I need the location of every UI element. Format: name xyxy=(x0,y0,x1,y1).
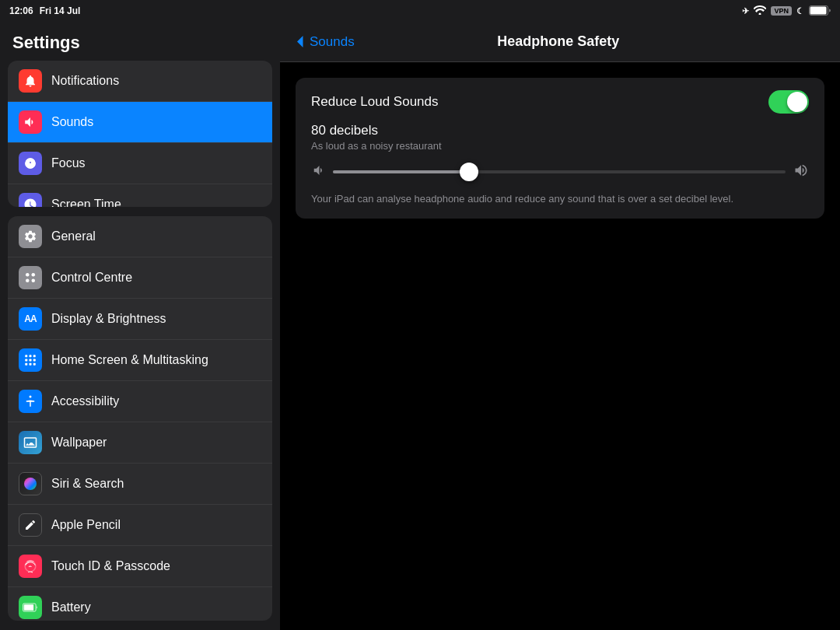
sidebar-item-battery[interactable]: Battery xyxy=(8,587,272,621)
screentime-label: Screen Time xyxy=(51,198,121,207)
accessibility-label: Accessibility xyxy=(51,394,119,408)
reduce-loud-sounds-label: Reduce Loud Sounds xyxy=(311,94,439,110)
svg-point-3 xyxy=(32,273,36,277)
sidebar-item-touchid[interactable]: Touch ID & Passcode xyxy=(8,546,272,587)
sidebar-item-wallpaper[interactable]: Wallpaper xyxy=(8,422,272,464)
battery-label: Battery xyxy=(51,600,91,614)
svg-rect-11 xyxy=(33,359,36,362)
sidebar-item-sounds[interactable]: Sounds xyxy=(8,102,272,143)
content-area: Sounds Headphone Safety Reduce Loud Soun… xyxy=(280,22,840,630)
volume-slider-thumb[interactable] xyxy=(460,163,478,181)
sidebar-title: Settings xyxy=(0,22,280,61)
display-label: Display & Brightness xyxy=(51,312,166,326)
general-label: General xyxy=(51,229,96,243)
sidebar-item-accessibility[interactable]: Accessibility xyxy=(8,381,272,422)
svg-rect-10 xyxy=(30,359,32,362)
sidebar-item-siri[interactable]: Siri & Search xyxy=(8,464,272,505)
sounds-label: Sounds xyxy=(51,115,93,129)
sidebar-item-controlcentre[interactable]: Control Centre xyxy=(8,257,272,299)
svg-rect-8 xyxy=(33,355,36,358)
applepencil-icon xyxy=(19,513,42,537)
sidebar-item-general[interactable]: General xyxy=(8,216,272,257)
sidebar-group-1: Notifications Sounds Focus Screen Time xyxy=(8,61,272,207)
sidebar-item-focus[interactable]: Focus xyxy=(8,143,272,184)
sidebar-item-display[interactable]: AA Display & Brightness xyxy=(8,299,272,340)
notifications-icon xyxy=(19,69,42,93)
toggle-thumb xyxy=(787,92,807,112)
main-layout: Settings Notifications Sounds Focus xyxy=(0,22,840,630)
svg-rect-6 xyxy=(25,355,27,358)
battery-icon-sidebar xyxy=(19,596,42,619)
sidebar-item-notifications[interactable]: Notifications xyxy=(8,61,272,102)
wallpaper-label: Wallpaper xyxy=(51,436,107,450)
svg-point-2 xyxy=(26,273,30,277)
touchid-icon xyxy=(19,555,42,578)
wallpaper-icon xyxy=(19,431,42,454)
svg-rect-1 xyxy=(810,6,827,14)
svg-point-5 xyxy=(32,279,36,283)
nav-back-button[interactable]: Sounds xyxy=(296,34,355,50)
nav-back-label: Sounds xyxy=(310,34,355,50)
controlcentre-icon xyxy=(19,266,42,289)
reduce-loud-sounds-toggle[interactable] xyxy=(768,90,809,114)
focus-icon xyxy=(19,152,42,175)
screentime-icon xyxy=(19,193,42,207)
siri-icon xyxy=(19,472,42,495)
siri-label: Siri & Search xyxy=(51,477,124,491)
content-body: Reduce Loud Sounds 80 decibels As loud a… xyxy=(280,62,840,630)
toggle-row: Reduce Loud Sounds xyxy=(311,90,809,114)
sidebar-item-applepencil[interactable]: Apple Pencil xyxy=(8,505,272,546)
volume-low-icon xyxy=(311,163,325,180)
sidebar: Settings Notifications Sounds Focus xyxy=(0,22,280,630)
status-date: Fri 14 Jul xyxy=(40,5,81,16)
applepencil-label: Apple Pencil xyxy=(51,518,121,532)
status-bar: 12:06 Fri 14 Jul ✈ VPN ☾ xyxy=(0,0,840,22)
homescreen-label: Home Screen & Multitasking xyxy=(51,353,208,367)
svg-point-15 xyxy=(30,396,32,398)
moon-icon: ☾ xyxy=(796,6,804,16)
volume-slider-track[interactable] xyxy=(333,170,786,173)
svg-point-4 xyxy=(26,279,30,283)
svg-rect-14 xyxy=(33,363,36,366)
svg-rect-13 xyxy=(30,363,32,366)
display-icon: AA xyxy=(19,307,42,331)
svg-rect-12 xyxy=(25,363,27,366)
sidebar-group-2: General Control Centre AA Display & Brig… xyxy=(8,216,272,621)
headphone-safety-card: Reduce Loud Sounds 80 decibels As loud a… xyxy=(296,78,824,219)
general-icon xyxy=(19,225,42,248)
decibel-value: 80 decibels xyxy=(311,123,809,138)
nav-title: Headphone Safety xyxy=(355,33,762,50)
card-footer-text: Your iPad can analyse headphone audio an… xyxy=(311,192,809,206)
volume-high-icon xyxy=(793,163,809,181)
accessibility-icon xyxy=(19,390,42,413)
decibel-subtitle: As loud as a noisy restaurant xyxy=(311,140,809,152)
status-left: 12:06 Fri 14 Jul xyxy=(9,5,80,16)
status-right: ✈ VPN ☾ xyxy=(742,5,831,17)
touchid-label: Touch ID & Passcode xyxy=(51,559,170,573)
sidebar-item-homescreen[interactable]: Home Screen & Multitasking xyxy=(8,340,272,381)
controlcentre-label: Control Centre xyxy=(51,271,132,285)
sounds-icon xyxy=(19,110,42,134)
svg-rect-7 xyxy=(30,355,32,358)
nav-bar: Sounds Headphone Safety xyxy=(280,22,840,62)
homescreen-icon xyxy=(19,348,42,372)
svg-rect-17 xyxy=(24,605,34,611)
status-time: 12:06 xyxy=(9,5,33,16)
airplane-icon: ✈ xyxy=(742,6,749,16)
sidebar-item-screentime[interactable]: Screen Time xyxy=(8,184,272,207)
notifications-label: Notifications xyxy=(51,74,119,88)
vpn-badge: VPN xyxy=(771,6,792,16)
volume-slider-fill xyxy=(333,170,469,173)
volume-slider-row xyxy=(311,163,809,181)
focus-label: Focus xyxy=(51,156,86,170)
svg-rect-9 xyxy=(25,359,27,362)
battery-icon xyxy=(809,5,831,17)
wifi-icon xyxy=(754,5,766,16)
